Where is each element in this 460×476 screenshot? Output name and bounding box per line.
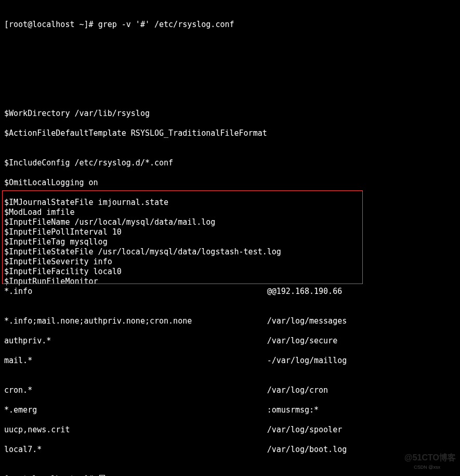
actionfiledefaulttemplate-line: $ActionFileDefaultTemplate RSYSLOG_Tradi…	[4, 128, 267, 138]
inputfileseverity-line: $InputFileSeverity info	[4, 257, 112, 266]
rule-info-messages: *.info;mail.none;authpriv.none;cron.none…	[4, 316, 347, 326]
imjournalstatefile-line: $IMJournalStateFile imjournal.state	[4, 198, 168, 207]
prompt-line-1: [root@localhost ~]# grep -v '#' /etc/rsy…	[4, 20, 234, 29]
rule-emerg-omusrmsg: *.emerg :omusrmsg:*	[4, 405, 319, 415]
inputfiletag-line: $InputFileTag mysqllog	[4, 237, 108, 247]
inputfilefacility-line: $InputFileFacility local0	[4, 267, 122, 276]
command-text: grep -v '#' /etc/rsyslog.conf	[98, 20, 234, 29]
modload-line: $ModLoad imfile	[4, 208, 74, 217]
inputrunfilemonitor-line: $InputRunFileMonitor	[4, 277, 98, 286]
shell-prompt: [root@localhost ~]#	[4, 20, 98, 29]
inputfilename-line: $InputFileName /usr/local/mysql/data/mai…	[4, 217, 215, 227]
includeconfig-line: $IncludeConfig /etc/rsyslog.d/*.conf	[4, 158, 173, 168]
remote-info-line: *.info @@192.168.190.66	[4, 287, 342, 296]
rule-cron: cron.* /var/log/cron	[4, 385, 328, 395]
rule-mail-maillog: mail.* -/var/log/maillog	[4, 356, 347, 365]
watermark-text: @51CTO博客	[404, 453, 456, 464]
inputfilepollinterval-line: $InputFilePollInterval 10	[4, 227, 122, 237]
omitlocallogging-line: $OmitLocalLogging on	[4, 178, 98, 187]
watermark-csdn: CSDN @xsx	[414, 465, 440, 470]
rule-authpriv-secure: authpriv.* /var/log/secure	[4, 336, 337, 345]
workdirectory-line: $WorkDirectory /var/lib/rsyslog	[4, 109, 150, 118]
inputfilestatefile-line: $InputFileStateFile /usr/local/mysql/dat…	[4, 247, 281, 256]
rule-uucp-spooler: uucp,news.crit /var/log/spooler	[4, 425, 342, 434]
terminal-output[interactable]: [root@localhost ~]# grep -v '#' /etc/rsy…	[0, 0, 460, 476]
rule-local7-bootlog: local7.* /var/log/boot.log	[4, 445, 347, 454]
